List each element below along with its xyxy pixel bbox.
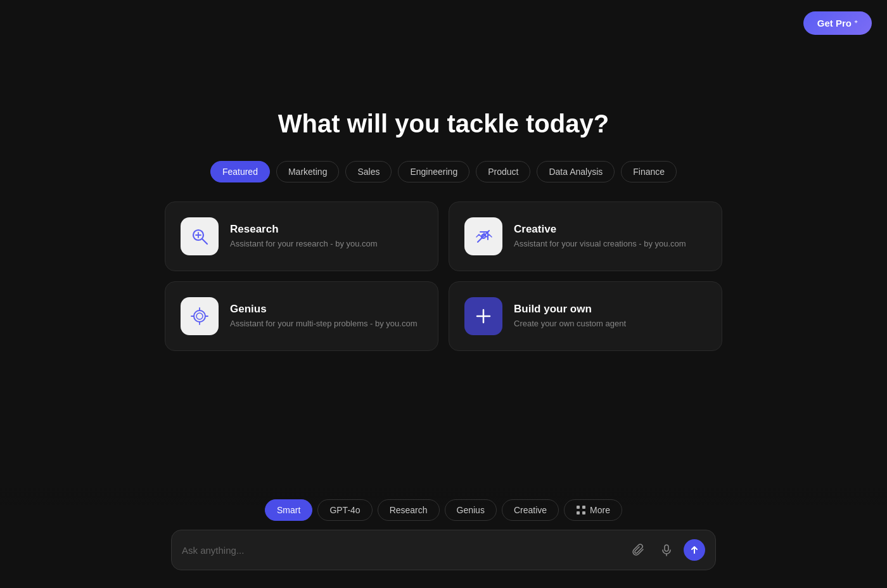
research-info: Research Assistant for your research - b… xyxy=(230,223,378,250)
grid-icon xyxy=(576,505,586,515)
get-pro-label: Get Pro xyxy=(817,18,852,29)
mode-pill-research[interactable]: Research xyxy=(378,499,440,521)
genius-name: Genius xyxy=(230,303,418,316)
build-info: Build your own Create your own custom ag… xyxy=(514,303,626,329)
svg-rect-13 xyxy=(577,506,580,509)
plus-icon: ⁺ xyxy=(854,19,858,27)
genius-icon xyxy=(189,305,210,327)
mode-pill-creative[interactable]: Creative xyxy=(502,499,559,521)
agent-card-build[interactable]: Build your own Create your own custom ag… xyxy=(449,281,722,351)
creative-info: Creative Assistant for your visual creat… xyxy=(514,223,686,250)
genius-icon-wrap xyxy=(181,297,219,335)
send-button[interactable] xyxy=(684,539,705,561)
bottom-bar: Smart GPT-4o Research Genius Creative Mo… xyxy=(0,488,887,588)
research-icon-wrap xyxy=(181,217,219,255)
main-content: What will you tackle today? Featured Mar… xyxy=(0,46,887,351)
attach-button[interactable] xyxy=(628,539,649,561)
input-actions xyxy=(628,539,705,561)
category-pill-sales[interactable]: Sales xyxy=(345,161,392,182)
mode-pills: Smart GPT-4o Research Genius Creative Mo… xyxy=(265,499,622,521)
category-pills: Featured Marketing Sales Engineering Pro… xyxy=(210,161,677,182)
paperclip-icon xyxy=(632,544,645,556)
creative-icon-wrap xyxy=(464,217,502,255)
research-icon xyxy=(189,226,210,247)
creative-desc: Assistant for your visual creations - by… xyxy=(514,238,686,250)
top-bar: Get Pro⁺ xyxy=(0,0,887,46)
input-area xyxy=(171,530,716,570)
svg-line-1 xyxy=(202,239,207,244)
microphone-icon xyxy=(660,544,673,556)
svg-point-5 xyxy=(194,310,205,322)
creative-name: Creative xyxy=(514,223,686,236)
genius-desc: Assistant for your multi-step problems -… xyxy=(230,318,418,329)
microphone-button[interactable] xyxy=(656,539,677,561)
svg-rect-15 xyxy=(577,511,580,514)
mode-pill-more[interactable]: More xyxy=(564,499,622,521)
agent-grid: Research Assistant for your research - b… xyxy=(165,201,722,351)
genius-info: Genius Assistant for your multi-step pro… xyxy=(230,303,418,329)
search-input[interactable] xyxy=(182,545,622,556)
svg-point-6 xyxy=(196,313,203,319)
mode-pill-genius[interactable]: Genius xyxy=(445,499,497,521)
category-pill-marketing[interactable]: Marketing xyxy=(276,161,339,182)
category-pill-finance[interactable]: Finance xyxy=(621,161,677,182)
category-pill-engineering[interactable]: Engineering xyxy=(398,161,469,182)
research-desc: Assistant for your research - by you.com xyxy=(230,238,378,250)
creative-icon xyxy=(473,226,494,247)
category-pill-featured[interactable]: Featured xyxy=(210,161,270,182)
build-icon-wrap xyxy=(464,297,502,335)
research-name: Research xyxy=(230,223,378,236)
send-icon xyxy=(689,544,700,556)
category-pill-product[interactable]: Product xyxy=(476,161,530,182)
category-pill-data-analysis[interactable]: Data Analysis xyxy=(537,161,615,182)
svg-rect-17 xyxy=(665,545,668,551)
get-pro-button[interactable]: Get Pro⁺ xyxy=(803,11,872,35)
svg-rect-14 xyxy=(582,506,585,509)
mode-pill-gpt4o[interactable]: GPT-4o xyxy=(317,499,372,521)
build-desc: Create your own custom agent xyxy=(514,318,626,329)
page-title: What will you tackle today? xyxy=(278,110,609,138)
agent-card-genius[interactable]: Genius Assistant for your multi-step pro… xyxy=(165,281,438,351)
build-name: Build your own xyxy=(514,303,626,316)
agent-card-research[interactable]: Research Assistant for your research - b… xyxy=(165,201,438,271)
mode-pill-smart[interactable]: Smart xyxy=(265,499,312,521)
svg-rect-16 xyxy=(582,511,585,514)
build-icon xyxy=(473,305,494,327)
agent-card-creative[interactable]: Creative Assistant for your visual creat… xyxy=(449,201,722,271)
